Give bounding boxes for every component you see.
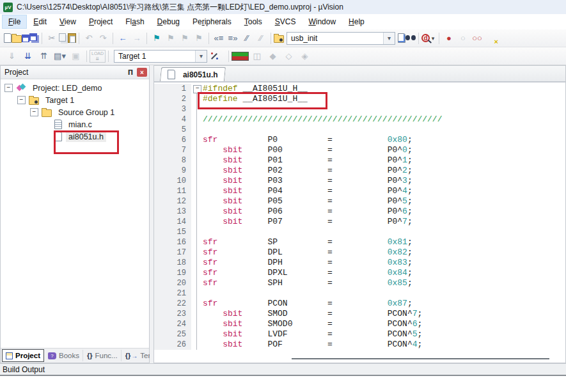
code-line-8[interactable]: 8 sbit P01 = P0^1;: [154, 155, 565, 166]
menu-flash[interactable]: Flash: [120, 15, 150, 28]
menu-edit[interactable]: Edit: [28, 15, 52, 28]
code-line-20[interactable]: 20sfr SPH = 0x85;: [154, 278, 565, 288]
prev-bookmark-button[interactable]: ⚑: [164, 32, 178, 45]
start-debug-button[interactable]: [232, 52, 249, 61]
target-select-combo-dropdown-icon[interactable]: ▾: [195, 51, 207, 62]
functions-window-button[interactable]: ◈: [297, 50, 313, 63]
menu-svcs[interactable]: SVCS: [269, 15, 302, 28]
code-line-25[interactable]: 25 sbit LVDF = PCON^5;: [154, 329, 565, 340]
code-line-7[interactable]: 7 sbit P00 = P0^0;: [154, 145, 565, 155]
editor-tab-ai8051u[interactable]: ai8051u.h: [160, 67, 226, 81]
code-line-22[interactable]: 22sfr PCON = 0x87;: [154, 299, 565, 309]
menu-debug[interactable]: Debug: [152, 15, 185, 28]
close-panel-icon[interactable]: ×: [137, 68, 147, 77]
expand-collapse-icon[interactable]: −: [17, 96, 26, 104]
tree-item-mian-c[interactable]: mian.c: [1, 118, 149, 130]
tab-functions[interactable]: {}Func...: [84, 350, 122, 361]
find-in-files-button[interactable]: [274, 35, 284, 43]
enable-breakpoint-button[interactable]: ○: [456, 32, 470, 45]
menu-project[interactable]: Project: [83, 15, 118, 28]
comment-button[interactable]: ∕∕: [240, 32, 254, 45]
code-line-14[interactable]: 14 sbit P07 = P0^7;: [154, 217, 565, 227]
find-next-button[interactable]: [405, 35, 416, 42]
indent-button[interactable]: «≡: [212, 32, 226, 45]
cut-button[interactable]: ✂: [45, 32, 59, 45]
horizontal-scrollbar[interactable]: [292, 358, 549, 359]
kill-all-breakpoints-button[interactable]: [484, 32, 498, 45]
tree-item-ai8051u-h[interactable]: ai8051u.h: [1, 130, 149, 143]
code-line-1[interactable]: 1−#ifndef __AI8051U_H__: [154, 84, 565, 94]
code-line-21[interactable]: 21: [154, 288, 565, 299]
menu-file[interactable]: File: [3, 15, 26, 28]
pin-panel-icon[interactable]: 𝝥: [125, 68, 136, 77]
code-line-4[interactable]: 4///////////////////////////////////////…: [154, 114, 565, 125]
menu-window[interactable]: Window: [303, 15, 342, 28]
books-window-button[interactable]: ◇: [281, 50, 297, 63]
tree-item-project-led-demo[interactable]: −Project: LED_demo: [1, 82, 149, 94]
next-bookmark-button[interactable]: ⚑: [178, 32, 192, 45]
code-line-17[interactable]: 17sfr DPL = 0x82;: [154, 247, 565, 258]
paste-button[interactable]: [68, 33, 76, 43]
save-all-button[interactable]: [29, 33, 37, 41]
tab-books[interactable]: ?Books: [45, 350, 83, 361]
build-output-content[interactable]: [0, 377, 566, 392]
menu-peripherals[interactable]: Peripherals: [187, 15, 237, 28]
code-line-5[interactable]: 5: [154, 125, 565, 135]
rebuild-all-button[interactable]: ⇈: [36, 50, 52, 63]
code-line-12[interactable]: 12 sbit P05 = P0^5;: [154, 196, 565, 207]
unindent-button[interactable]: ≡»: [226, 32, 240, 45]
restore-views-button[interactable]: ◫: [249, 50, 265, 63]
code-line-6[interactable]: 6sfr P0 = 0x80;: [154, 135, 565, 145]
code-line-11[interactable]: 11 sbit P04 = P0^4;: [154, 186, 565, 196]
clear-bookmarks-button[interactable]: ⚑: [192, 32, 206, 45]
search-document-button[interactable]: [398, 33, 405, 43]
navigate-forward-button[interactable]: →: [130, 32, 144, 45]
code-line-10[interactable]: 10 sbit P03 = P0^3;: [154, 176, 565, 186]
build-button[interactable]: ⇊: [20, 50, 36, 63]
code-line-2[interactable]: 2#define __AI8051U_H__: [154, 94, 565, 104]
insert-breakpoint-button[interactable]: ●: [442, 32, 456, 45]
tree-item-target-1[interactable]: −Target 1: [1, 94, 149, 106]
fold-margin: [191, 166, 203, 176]
uncomment-button[interactable]: ∕∕: [254, 32, 268, 45]
code-line-16[interactable]: 16sfr SP = 0x81;: [154, 237, 565, 247]
tree-item-source-group-1[interactable]: −Source Group 1: [1, 106, 149, 118]
project-window-button[interactable]: ◆: [265, 50, 281, 63]
code-line-3[interactable]: 3: [154, 104, 565, 114]
undo-button[interactable]: ↶: [82, 32, 96, 45]
code-line-24[interactable]: 24 sbit SMOD0 = PCON^6;: [154, 319, 565, 329]
code-line-15[interactable]: 15: [154, 227, 565, 237]
lookup-button[interactable]: d: [421, 34, 430, 42]
fold-collapse-icon[interactable]: −: [193, 85, 201, 93]
navigate-back-button[interactable]: ←: [116, 32, 130, 45]
open-file-button[interactable]: [12, 35, 22, 43]
code-line-9[interactable]: 9 sbit P02 = P0^2;: [154, 166, 565, 176]
copy-button[interactable]: [59, 33, 66, 42]
code-editor[interactable]: 1−#ifndef __AI8051U_H__2#define __AI8051…: [154, 82, 565, 363]
build-output-header[interactable]: Build Output: [0, 363, 566, 376]
redo-button[interactable]: ↷: [96, 32, 110, 45]
expand-collapse-icon[interactable]: −: [4, 84, 13, 92]
menu-tools[interactable]: Tools: [239, 15, 268, 28]
code-line-26[interactable]: 26 sbit POF = PCON^4;: [154, 340, 565, 350]
stop-build-button[interactable]: ▣: [68, 50, 84, 63]
tab-project[interactable]: Project: [2, 349, 44, 362]
code-line-18[interactable]: 18sfr DPH = 0x83;: [154, 258, 565, 268]
download-button[interactable]: LOAD ⇊: [90, 50, 106, 63]
new-file-button[interactable]: [4, 33, 12, 43]
disable-all-breakpoints-button[interactable]: ○○: [470, 32, 484, 45]
batch-build-button[interactable]: ▤▾: [52, 50, 68, 63]
code-line-23[interactable]: 23 sbit SMOD = PCON^7;: [154, 309, 565, 319]
target-select-combo[interactable]: Target 1▾: [114, 50, 207, 63]
menu-help[interactable]: Help: [343, 15, 370, 28]
options-for-target-button[interactable]: [210, 52, 226, 61]
find-text-combo-dropdown-icon[interactable]: ▾: [383, 33, 395, 44]
translate-file-button[interactable]: ⇓: [4, 50, 20, 63]
save-button[interactable]: [22, 35, 29, 42]
code-line-19[interactable]: 19sfr DPXL = 0x84;: [154, 268, 565, 278]
menu-view[interactable]: View: [54, 15, 82, 28]
expand-collapse-icon[interactable]: −: [30, 108, 38, 116]
code-line-13[interactable]: 13 sbit P06 = P0^6;: [154, 207, 565, 217]
find-text-combo[interactable]: usb_init▾: [287, 32, 395, 45]
toggle-bookmark-button[interactable]: ⚑: [150, 32, 164, 45]
